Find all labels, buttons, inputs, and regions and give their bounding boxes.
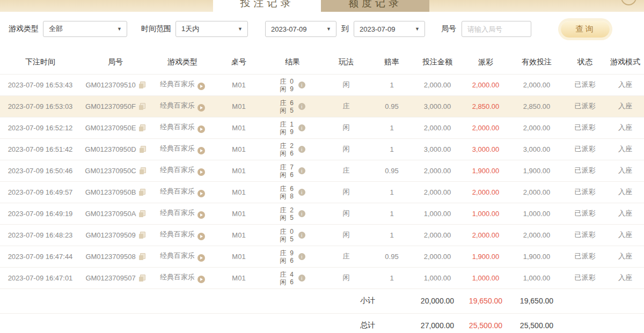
result-cell: 庄2 闲5 i (263, 203, 322, 224)
banker-result: 庄0 (280, 78, 294, 85)
table-row: 2023-07-09 16:47:01 GM0123709507 经典百家乐 M… (0, 267, 644, 288)
banker-result: 庄6 (280, 185, 294, 193)
col-header-status: 状态 (564, 51, 606, 74)
copy-icon[interactable] (139, 210, 145, 217)
game-type-select[interactable]: 全部 ▼ (43, 21, 127, 37)
status-cell: 已派彩 (564, 181, 606, 203)
copy-icon[interactable] (140, 146, 146, 153)
col-header-result: 结果 (263, 51, 322, 74)
game-mode-cell: 入座 (606, 160, 644, 181)
total-bet-amount: 27,000.00 (413, 313, 462, 333)
player-result: 闲5 (280, 235, 294, 243)
game-type-cell: 经典百家乐 (150, 117, 215, 138)
game-type-value: 全部 (49, 24, 63, 34)
game-type-cell: 经典百家乐 (150, 203, 215, 224)
round-id-cell: GM012370950E (80, 117, 150, 138)
time-range-select[interactable]: 1天内 ▼ (175, 21, 248, 37)
round-id-cell: GM012370950C (80, 160, 150, 181)
game-mode-cell: 入座 (606, 246, 644, 267)
copy-icon[interactable] (140, 167, 146, 174)
info-icon[interactable]: i (298, 210, 305, 217)
game-type-cell: 经典百家乐 (150, 267, 215, 288)
col-header-bet-time: 下注时间 (0, 51, 80, 74)
info-icon[interactable]: i (298, 275, 305, 282)
game-type-cell: 经典百家乐 (150, 246, 215, 267)
play-replay-icon[interactable] (197, 83, 205, 90)
time-range-label: 时间范围 (141, 24, 171, 34)
info-icon[interactable]: i (298, 232, 305, 239)
play-replay-icon[interactable] (197, 211, 205, 219)
game-type-cell: 经典百家乐 (150, 95, 215, 117)
col-header-payout: 派彩 (462, 51, 510, 74)
round-number-label: 局号 (441, 24, 456, 34)
game-mode-cell: 入座 (606, 95, 644, 117)
date-to-select[interactable]: 2023-07-09 ▼ (354, 21, 425, 37)
chevron-down-icon: ▼ (238, 26, 243, 32)
round-number-input[interactable] (467, 25, 525, 33)
bet-time-cell: 2023-07-09 16:52:12 (0, 117, 80, 138)
play-replay-icon[interactable] (197, 147, 205, 154)
bet-amount-cell: 2,000.00 (413, 117, 462, 138)
query-button[interactable]: 查询 (561, 21, 610, 38)
game-type-cell: 经典百家乐 (150, 181, 215, 203)
tab-quota-records-label: 额度记录 (321, 0, 429, 10)
tab-quota-records[interactable]: 额度记录 (321, 0, 429, 12)
copy-icon[interactable] (139, 103, 145, 110)
info-icon[interactable]: i (298, 253, 305, 260)
copy-icon[interactable] (139, 232, 145, 239)
status-cell: 已派彩 (564, 267, 606, 288)
payout-cell: 2,850.00 (462, 95, 510, 117)
copy-icon[interactable] (139, 275, 145, 282)
status-cell: 已派彩 (564, 117, 606, 138)
col-header-play: 玩法 (322, 51, 370, 74)
odds-cell: 1 (370, 117, 413, 138)
copy-icon[interactable] (139, 253, 145, 260)
info-icon[interactable]: i (298, 189, 305, 196)
info-icon[interactable]: i (298, 103, 305, 110)
info-icon[interactable]: i (298, 82, 305, 88)
info-icon[interactable]: i (298, 124, 305, 131)
table-row: 2023-07-09 16:50:46 GM012370950C 经典百家乐 M… (0, 160, 644, 181)
odds-cell: 1 (370, 224, 413, 246)
copy-icon[interactable] (139, 82, 145, 88)
round-id-cell: GM0123709509 (80, 224, 150, 246)
play-side-cell: 闲 (322, 203, 370, 224)
result-cell: 庄2 闲6 i (263, 138, 322, 160)
copy-icon[interactable] (139, 189, 145, 196)
play-replay-icon[interactable] (197, 276, 205, 283)
table-row: 2023-07-09 16:53:03 GM012370950F 经典百家乐 M… (0, 95, 644, 117)
subtotal-row: 小计 20,000.00 19,650.00 19,650.00 (0, 288, 644, 313)
tab-betting-records[interactable]: 投注记录 (213, 0, 321, 12)
total-row: 总计 27,000.00 25,500.00 25,500.00 (0, 313, 644, 333)
odds-cell: 0.95 (370, 95, 413, 117)
copy-icon[interactable] (139, 124, 145, 131)
col-header-table-no: 桌号 (215, 51, 263, 74)
result-cell: 庄0 闲9 i (263, 74, 322, 95)
play-replay-icon[interactable] (197, 125, 205, 133)
date-from-select[interactable]: 2023-07-09 ▼ (265, 21, 336, 37)
game-mode-cell: 入座 (606, 117, 644, 138)
bet-amount-cell: 1,000.00 (413, 203, 462, 224)
date-from-value: 2023-07-09 (271, 25, 307, 33)
col-header-valid-bet: 有效投注 (510, 51, 564, 74)
player-result: 闲6 (280, 150, 294, 157)
play-replay-icon[interactable] (197, 190, 205, 197)
play-replay-icon[interactable] (197, 104, 205, 112)
bet-amount-cell: 1,000.00 (413, 267, 462, 288)
payout-cell: 3,000.00 (462, 138, 510, 160)
close-icon[interactable] (621, 0, 636, 5)
info-icon[interactable]: i (298, 146, 305, 153)
table-row: 2023-07-09 16:48:23 GM0123709509 经典百家乐 M… (0, 224, 644, 246)
round-id-cell: GM0123709510 (80, 74, 150, 95)
chevron-down-icon: ▼ (415, 26, 420, 32)
play-replay-icon[interactable] (197, 233, 205, 240)
table-body: 2023-07-09 16:53:43 GM0123709510 经典百家乐 M… (0, 74, 644, 288)
info-icon[interactable]: i (298, 167, 305, 174)
payout-cell: 1,000.00 (462, 203, 510, 224)
table-row: 2023-07-09 16:52:12 GM012370950E 经典百家乐 M… (0, 117, 644, 138)
tab-betting-records-label: 投注记录 (213, 0, 321, 10)
play-replay-icon[interactable] (197, 254, 205, 262)
play-replay-icon[interactable] (197, 168, 205, 176)
bet-time-cell: 2023-07-09 16:47:44 (0, 246, 80, 267)
banker-result: 庄6 (280, 99, 294, 107)
